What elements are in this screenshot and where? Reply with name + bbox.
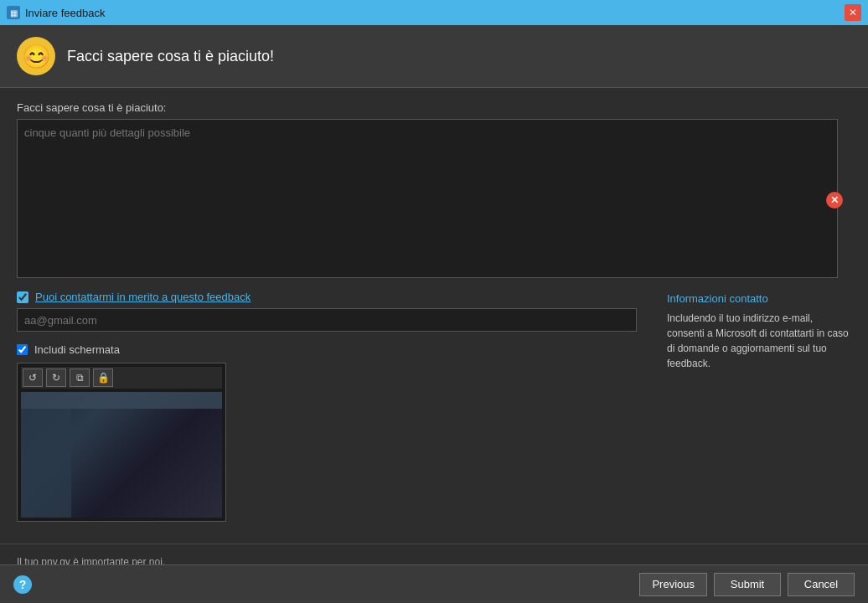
contact-info-text: Includendo il tuo indirizzo e-mail, cons… <box>667 311 851 371</box>
screenshot-lock-btn[interactable]: 🔒 <box>93 368 113 387</box>
bottom-bar: ? Previous Submit Cancel <box>0 564 868 603</box>
screenshot-checkbox-label[interactable]: Includi schermata <box>34 343 120 356</box>
screenshot-preview <box>21 392 222 518</box>
delete-icon[interactable]: ✕ <box>826 192 843 209</box>
bottom-buttons: Previous Submit Cancel <box>639 573 855 596</box>
app-icon: ▦ <box>7 6 20 19</box>
title-bar: ▦ Inviare feedback ✕ <box>0 0 868 25</box>
contact-left: Puoi contattarmi in merito a questo feed… <box>17 291 650 522</box>
cancel-button[interactable]: Cancel <box>788 573 855 596</box>
feedback-textarea[interactable] <box>17 119 838 278</box>
help-icon[interactable]: ? <box>13 575 32 594</box>
main-content: Facci sapere cosa ti è piaciuto: ✕ Puoi … <box>0 88 868 535</box>
screenshot-checkbox-row: Includi schermata <box>17 343 650 356</box>
screenshot-container: ↺ ↻ ⧉ 🔒 <box>17 363 226 522</box>
contact-checkbox-row: Puoi contattarmi in merito a questo feed… <box>17 291 650 303</box>
submit-button[interactable]: Submit <box>714 573 781 596</box>
feedback-label: Facci sapere cosa ti è piaciuto: <box>17 101 851 114</box>
title-bar-left: ▦ Inviare feedback <box>7 6 105 19</box>
smiley-icon: 😊 <box>17 37 55 75</box>
contact-info-title: Informazioni contatto <box>667 291 851 307</box>
screenshot-section: Includi schermata ↺ ↻ ⧉ 🔒 <box>17 343 650 522</box>
previous-button[interactable]: Previous <box>639 573 707 596</box>
screenshot-toolbar: ↺ ↻ ⧉ 🔒 <box>21 367 222 389</box>
screenshot-preview-inner <box>21 392 222 518</box>
contact-checkbox-label[interactable]: Puoi contattarmi in merito a questo feed… <box>35 291 251 303</box>
header-banner: 😊 Facci sapere cosa ti è piaciuto! <box>0 25 868 88</box>
screenshot-rotate-left-btn[interactable]: ↺ <box>23 368 43 387</box>
window-title: Inviare feedback <box>25 7 105 19</box>
contact-info-panel: Informazioni contatto Includendo il tuo … <box>667 291 851 371</box>
header-title: Facci sapere cosa ti è piaciuto! <box>67 48 274 65</box>
email-input[interactable] <box>17 308 637 332</box>
contact-section: Puoi contattarmi in merito a questo feed… <box>17 291 851 522</box>
feedback-wrapper: ✕ <box>17 119 851 281</box>
screenshot-rotate-right-btn[interactable]: ↻ <box>46 368 66 387</box>
screenshot-checkbox[interactable] <box>17 344 28 355</box>
screenshot-copy-btn[interactable]: ⧉ <box>70 368 90 387</box>
contact-checkbox[interactable] <box>17 291 28 303</box>
close-button[interactable]: ✕ <box>845 4 861 21</box>
